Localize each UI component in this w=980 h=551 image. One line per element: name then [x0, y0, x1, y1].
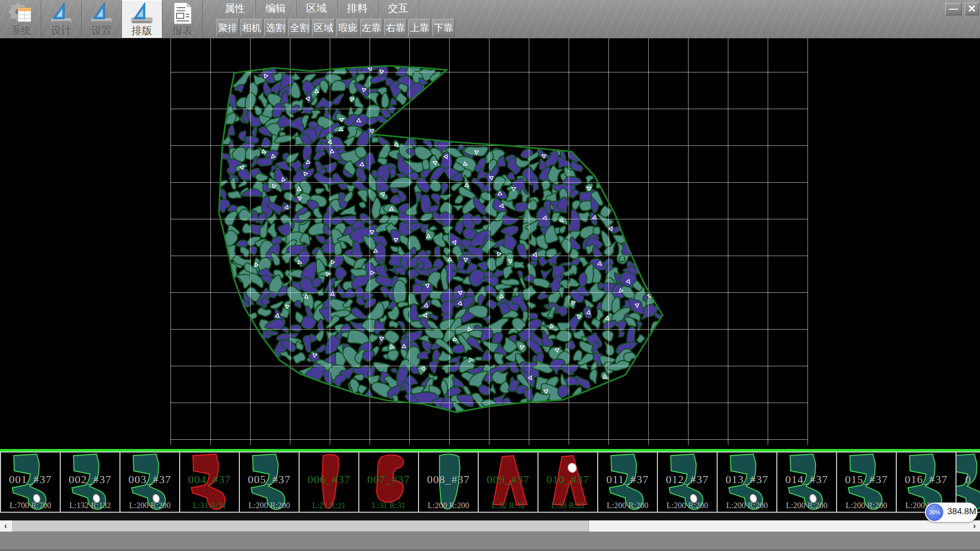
piece-lr-label: L:132 R:132: [61, 501, 119, 510]
filmstrip-gap: [0, 513, 980, 520]
piece-id-label: 009_#37: [479, 473, 537, 486]
piece-id-label: 012_#37: [658, 473, 717, 486]
menu-tab-3[interactable]: 区域: [296, 0, 337, 17]
piece-id-label: 008_#37: [419, 473, 478, 486]
nav-item-2[interactable]: 设计: [41, 0, 81, 38]
thumbnail-cell-12[interactable]: 012_#37L:200 R:200: [658, 453, 718, 512]
thumbnail-cell-7[interactable]: 007_#37L:31 R:31: [359, 453, 419, 512]
piece-id-label: 013_#37: [718, 473, 776, 486]
nav-item-label: 排版: [122, 25, 162, 36]
thumbnail-cell-1[interactable]: 001_#37L:700 R:700: [0, 453, 61, 512]
nav-item-1[interactable]: 系统: [1, 0, 41, 38]
piece-lr-label: L:200 R:200: [120, 501, 179, 510]
nav-item-5[interactable]: 报表: [162, 0, 202, 38]
tool-button-4[interactable]: 全割: [288, 19, 311, 36]
thumbnail-cell-3[interactable]: 003_#37L:200 R:200: [120, 453, 180, 512]
tool-button-10[interactable]: 下靠: [432, 19, 455, 36]
tool-button-7[interactable]: 左靠: [360, 19, 383, 36]
horizontal-scrollbar[interactable]: ‹ ›: [0, 520, 980, 532]
piece-lr-label: L:200 R:200: [837, 501, 896, 510]
nav-item-label: 系统: [1, 25, 41, 36]
thumbnail-cell-13[interactable]: 013_#37L:200 R:200: [718, 453, 777, 512]
menu-tab-2[interactable]: 编辑: [255, 0, 297, 17]
system-icon: [9, 2, 33, 25]
scroll-right-icon[interactable]: ›: [969, 520, 980, 532]
nav-item-4[interactable]: 排版: [122, 0, 162, 38]
layout-icon: [130, 2, 154, 25]
menu-tab-1[interactable]: 属性: [214, 0, 256, 17]
piece-id-label: 011_#37: [598, 473, 657, 486]
nav-item-label: 设计: [41, 25, 81, 36]
settings-icon: [89, 2, 114, 25]
tool-button-5[interactable]: 区域: [312, 19, 335, 36]
thumbnail-cell-2[interactable]: 002_#37L:132 R:132: [61, 453, 120, 512]
piece-id-label: 003_#37: [120, 473, 179, 486]
thumbnail-cell-5[interactable]: 005_#37L:200 R:200: [240, 453, 300, 512]
piece-id-label: 014_#37: [777, 473, 836, 486]
thumbnail-cell-9[interactable]: 009_#37L:32 R:31: [479, 453, 538, 512]
menu-tab-5[interactable]: 交互: [378, 0, 419, 17]
piece-lr-label: L:200 R:200: [658, 501, 717, 510]
piece-id-label: 006_#37: [300, 473, 358, 486]
tool-button-1[interactable]: 聚排: [216, 19, 239, 36]
scroll-left-icon[interactable]: ‹: [0, 520, 11, 532]
piece-id-label: 0: [957, 473, 980, 486]
piece-lr-label: L:32 R:31: [479, 501, 537, 510]
piece-lr-label: L:31 R:31: [180, 501, 239, 510]
scrollbar-thumb[interactable]: [12, 520, 589, 532]
nav-item-3[interactable]: 设置: [82, 0, 121, 38]
tool-button-8[interactable]: 右靠: [384, 19, 407, 36]
piece-id-label: 010_#37: [538, 473, 597, 486]
piece-lr-label: L:31 R:31: [359, 501, 418, 510]
thumbnail-cell-14[interactable]: 014_#37L:200 R:200: [777, 453, 837, 512]
piece-id-label: 004_#37: [180, 473, 239, 486]
tool-button-3[interactable]: 选割: [264, 19, 287, 36]
piece-lr-label: L:200 R:200: [419, 501, 478, 510]
piece-id-label: 002_#37: [61, 473, 119, 486]
thumbnail-cell-11[interactable]: 011_#37L:200 R:200: [598, 453, 658, 512]
piece-id-label: 005_#37: [240, 473, 299, 486]
piece-lr-label: L:700 R:700: [1, 501, 60, 510]
menu-tab-4[interactable]: 排料: [337, 0, 378, 17]
nesting-canvas[interactable]: [0, 38, 980, 450]
piece-id-label: 007_#37: [359, 473, 418, 486]
thumbnail-cell-4[interactable]: 004_#37L:31 R:31: [180, 453, 240, 512]
thumbnail-cell-8[interactable]: 008_#37L:200 R:200: [419, 453, 479, 512]
piece-id-label: 001_#37: [1, 473, 60, 486]
thumbnail-cell-6[interactable]: 006_#37L:21 R:21: [300, 453, 359, 512]
progress-circle: 38%: [926, 504, 943, 521]
design-icon: [49, 2, 74, 25]
minimize-button[interactable]: —: [945, 3, 962, 15]
nav-item-label: 报表: [162, 25, 202, 36]
header-toolbar: 系统设计设置排版报表 属性编辑区域排料交互 聚排相机选割全割区域瑕疵左靠右靠上靠…: [0, 0, 980, 39]
piece-lr-label: L:200 R:200: [240, 501, 299, 510]
piece-id-label: 015_#37: [837, 473, 896, 486]
tool-button-2[interactable]: 相机: [240, 19, 263, 36]
piece-filmstrip: 001_#37L:700 R:700002_#37L:132 R:132003_…: [0, 452, 980, 513]
thumbnail-cell-10[interactable]: 010_#37L:33 R:33: [538, 453, 598, 512]
tool-button-6[interactable]: 瑕疵: [336, 19, 359, 36]
piece-id-label: 016_#37: [897, 473, 955, 486]
application-window: 系统设计设置排版报表 属性编辑区域排料交互 聚排相机选割全割区域瑕疵左靠右靠上靠…: [0, 0, 980, 551]
report-icon: [170, 2, 194, 25]
piece-lr-label: L:200 R:200: [718, 501, 776, 510]
nav-separator: [202, 1, 203, 37]
nav-item-label: 设置: [82, 25, 121, 36]
piece-lr-label: L:21 R:21: [300, 501, 358, 510]
tool-button-9[interactable]: 上靠: [408, 19, 431, 36]
memory-value: 384.8M: [947, 507, 976, 517]
thumbnail-cell-15[interactable]: 015_#37L:200 R:200: [837, 453, 897, 512]
status-bar: [0, 532, 980, 551]
piece-lr-label: L:33 R:33: [538, 501, 597, 510]
piece-lr-label: L:200 R:200: [777, 501, 836, 510]
piece-lr-label: L:200 R:200: [598, 501, 657, 510]
close-button[interactable]: ✕: [965, 3, 979, 15]
progress-badge: 38% 384.8M: [925, 503, 977, 522]
